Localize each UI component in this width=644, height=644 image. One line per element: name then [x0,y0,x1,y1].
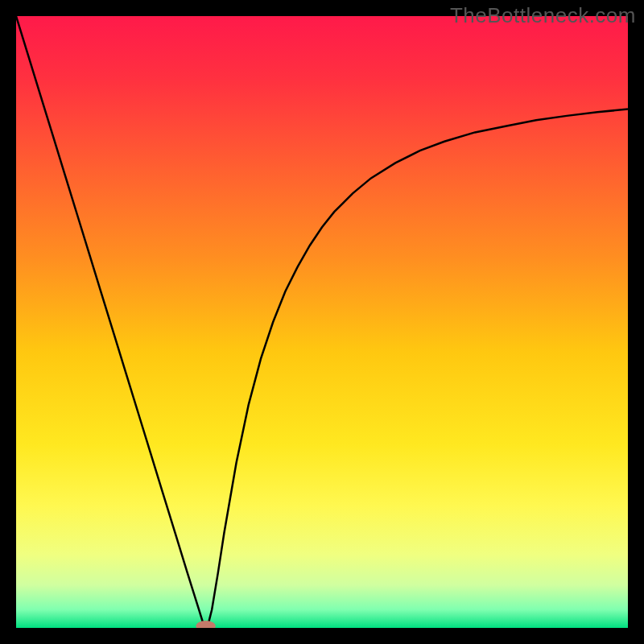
plot-svg [16,16,628,628]
watermark-text: TheBottleneck.com [450,3,636,28]
chart-container: TheBottleneck.com [0,0,644,644]
plot-background [16,16,628,628]
